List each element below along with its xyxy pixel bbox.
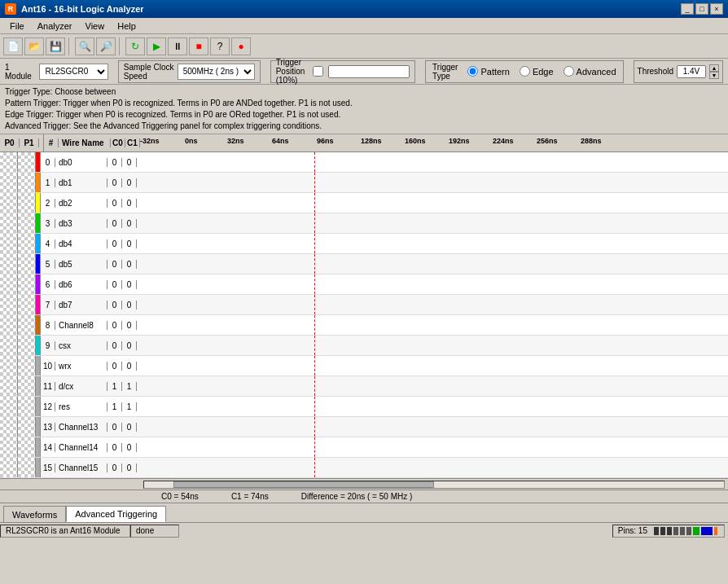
trigger-edge-radio[interactable] (520, 66, 530, 77)
cell-wave-1 (137, 173, 728, 192)
clock-select[interactable]: 500MHz ( 2ns ) (178, 64, 255, 80)
trigger-edge-label[interactable]: Edge (520, 66, 554, 77)
module-label: 1 Module (5, 63, 36, 81)
cell-p1-12[interactable] (18, 397, 36, 416)
cell-p1-0[interactable] (18, 152, 36, 172)
zoom-out-button[interactable]: 🔎 (96, 37, 116, 55)
scroll-bar[interactable] (0, 478, 728, 490)
cell-p0-15[interactable] (0, 458, 18, 477)
scroll-track[interactable] (143, 481, 725, 489)
trigger-advanced-label[interactable]: Advanced (564, 66, 616, 77)
cell-p0-7[interactable] (0, 295, 18, 314)
cell-wave-9 (137, 336, 728, 355)
cell-p1-3[interactable] (18, 213, 36, 233)
cell-p0-10[interactable] (0, 356, 18, 375)
cell-p1-5[interactable] (18, 254, 36, 274)
pause-button[interactable]: ⏸ (168, 37, 187, 55)
trigger-edge-text: Edge (533, 67, 554, 77)
rows-container: 0 db0 0 0 1 db1 0 0 2 db2 0 0 (0, 152, 728, 478)
time-10: 288ns (581, 137, 602, 145)
trigger-advanced-radio[interactable] (564, 66, 574, 77)
cell-p1-11[interactable] (18, 376, 36, 396)
window-title: Ant16 - 16-bit Logic Analyzer (21, 4, 144, 14)
maximize-button[interactable]: □ (695, 3, 708, 15)
cell-p0-5[interactable] (0, 254, 18, 274)
minimize-button[interactable]: _ (681, 3, 694, 15)
cell-c0-6: 0 (107, 280, 122, 289)
info-line-2: Edge Trigger: Trigger when P0 is recogni… (5, 109, 723, 121)
refresh-button[interactable]: ↻ (125, 37, 145, 55)
trigger-pattern-radio[interactable] (467, 66, 478, 77)
time-9: 256ns (537, 137, 558, 145)
channel-row-13: 13 Channel13 0 0 (0, 417, 728, 437)
cell-c0-13: 0 (107, 423, 122, 432)
cell-p1-9[interactable] (18, 336, 36, 355)
cell-p0-0[interactable] (0, 152, 18, 172)
threshold-up[interactable]: ▲ (709, 64, 719, 72)
svg-rect-0 (654, 527, 659, 535)
menu-help[interactable]: Help (111, 20, 143, 33)
cell-p1-13[interactable] (18, 417, 36, 437)
cell-p1-10[interactable] (18, 356, 36, 375)
cell-p0-2[interactable] (0, 193, 18, 213)
channel-row-15: 15 Channel15 0 0 (0, 458, 728, 478)
record-button[interactable]: ● (231, 37, 251, 55)
open-button[interactable]: 📂 (24, 37, 44, 55)
cell-num-15: 15 (41, 463, 55, 472)
cell-p1-6[interactable] (18, 274, 36, 294)
cell-p0-13[interactable] (0, 417, 18, 437)
stop-button[interactable]: ■ (189, 37, 208, 55)
trigger-pos-input[interactable] (328, 65, 410, 78)
cell-p0-8[interactable] (0, 315, 18, 335)
trigger-pattern-label[interactable]: Pattern (467, 66, 509, 77)
window-controls[interactable]: _ □ × (681, 3, 723, 15)
scroll-thumb[interactable] (173, 481, 434, 488)
trigger-pos-checkbox[interactable] (313, 66, 323, 77)
cell-p0-4[interactable] (0, 234, 18, 253)
cell-p1-8[interactable] (18, 315, 36, 335)
cell-c0-12: 1 (107, 402, 122, 411)
save-button[interactable]: 💾 (46, 37, 65, 55)
cell-p0-6[interactable] (0, 274, 18, 294)
cell-wave-2 (137, 193, 728, 213)
cursor-c1: C1 = 74ns (231, 492, 269, 501)
cell-p0-9[interactable] (0, 336, 18, 355)
threshold-down[interactable]: ▼ (709, 72, 719, 79)
cell-p1-2[interactable] (18, 193, 36, 213)
cell-p1-15[interactable] (18, 458, 36, 477)
cell-wave-4 (137, 234, 728, 253)
cell-p0-1[interactable] (0, 173, 18, 192)
help-button[interactable]: ? (210, 37, 230, 55)
cell-p1-14[interactable] (18, 437, 36, 457)
new-button[interactable]: 📄 (3, 37, 23, 55)
time-8: 224ns (493, 137, 514, 145)
cell-p1-4[interactable] (18, 234, 36, 253)
menu-file[interactable]: File (3, 20, 31, 33)
menu-view[interactable]: View (79, 20, 112, 33)
info-bar: Trigger Type: Choose between Pattern Tri… (0, 85, 728, 134)
cell-c0-0: 0 (107, 158, 122, 167)
zoom-in-button[interactable]: 🔍 (75, 37, 94, 55)
close-button[interactable]: × (710, 3, 723, 15)
cell-wave-5 (137, 254, 728, 274)
menu-analyzer[interactable]: Analyzer (31, 20, 79, 33)
pins-indicator (654, 525, 719, 537)
time-2: 32ns (227, 137, 244, 145)
module-select[interactable]: RL2SGCR0 (39, 64, 107, 80)
cell-p0-11[interactable] (0, 376, 18, 396)
play-button[interactable]: ▶ (147, 37, 166, 55)
cell-p1-1[interactable] (18, 173, 36, 192)
cell-p0-3[interactable] (0, 213, 18, 233)
trigger-advanced-text: Advanced (577, 67, 616, 77)
header-c1: C1 (125, 138, 140, 147)
cell-p0-12[interactable] (0, 397, 18, 416)
channel-row-9: 9 csx 0 0 (0, 336, 728, 356)
tab-advanced-triggering[interactable]: Advanced Triggering (66, 506, 166, 522)
tab-waveforms[interactable]: Waveforms (3, 506, 66, 522)
threshold-input[interactable] (677, 65, 706, 78)
cell-p0-14[interactable] (0, 437, 18, 457)
cell-name-5: db5 (55, 260, 107, 269)
cell-p1-7[interactable] (18, 295, 36, 314)
svg-rect-7 (701, 527, 713, 535)
cell-wave-3 (137, 213, 728, 233)
